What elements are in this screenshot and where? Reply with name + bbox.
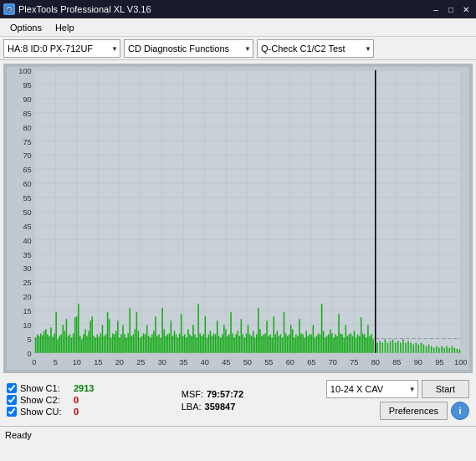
svg-rect-241 xyxy=(366,338,367,353)
svg-rect-66 xyxy=(66,319,68,352)
svg-rect-272 xyxy=(443,348,445,353)
svg-rect-154 xyxy=(217,320,218,352)
svg-rect-58 xyxy=(52,337,54,353)
svg-rect-132 xyxy=(179,334,181,353)
svg-text:65: 65 xyxy=(307,358,315,366)
svg-rect-112 xyxy=(145,335,146,353)
svg-rect-257 xyxy=(405,343,407,353)
svg-text:45: 45 xyxy=(222,358,230,366)
app-icon: P xyxy=(3,3,15,15)
svg-text:85: 85 xyxy=(23,110,31,118)
chart-container: 100 95 90 85 80 75 70 65 60 55 50 45 40 … xyxy=(3,64,473,373)
svg-rect-261 xyxy=(415,343,417,353)
svg-text:20: 20 xyxy=(115,358,124,366)
svg-rect-207 xyxy=(307,336,309,353)
svg-rect-142 xyxy=(196,338,197,353)
minimize-button[interactable]: – xyxy=(429,3,443,15)
svg-rect-237 xyxy=(359,336,361,353)
info-button[interactable]: i xyxy=(451,402,469,420)
svg-rect-121 xyxy=(160,338,161,353)
svg-rect-190 xyxy=(279,336,280,353)
svg-rect-180 xyxy=(261,336,263,353)
svg-rect-51 xyxy=(40,334,42,353)
svg-rect-71 xyxy=(74,317,76,352)
right-controls: 10-24 X CAV ▼ Start Preferences i xyxy=(326,380,469,420)
svg-text:40: 40 xyxy=(23,237,31,245)
svg-rect-221 xyxy=(331,334,333,353)
svg-text:10: 10 xyxy=(73,358,81,366)
show-c1-checkbox[interactable] xyxy=(7,383,17,393)
svg-rect-240 xyxy=(364,335,366,353)
svg-text:65: 65 xyxy=(23,166,31,174)
svg-text:0: 0 xyxy=(28,350,32,358)
menu-help[interactable]: Help xyxy=(49,21,81,34)
svg-rect-249 xyxy=(385,340,386,353)
svg-rect-161 xyxy=(228,335,230,353)
svg-rect-95 xyxy=(115,330,117,352)
start-button[interactable]: Start xyxy=(422,380,469,398)
svg-rect-115 xyxy=(150,338,151,353)
maximize-button[interactable]: □ xyxy=(444,3,458,15)
svg-rect-148 xyxy=(207,338,208,353)
preferences-button[interactable]: Preferences xyxy=(380,402,448,420)
function-dropdown[interactable]: CD Diagnostic Functions xyxy=(124,39,253,58)
show-c2-checkbox[interactable] xyxy=(7,395,17,405)
svg-rect-138 xyxy=(189,335,191,353)
svg-rect-227 xyxy=(341,335,343,353)
controls-row: Show C1: 2913 Show C2: 0 Show CU: 0 MSF: xyxy=(7,380,469,420)
svg-rect-223 xyxy=(335,335,336,353)
svg-rect-155 xyxy=(218,336,220,353)
close-button[interactable]: ✕ xyxy=(459,3,473,15)
svg-rect-252 xyxy=(392,340,394,353)
svg-text:85: 85 xyxy=(392,358,401,366)
svg-rect-216 xyxy=(323,330,325,352)
svg-rect-122 xyxy=(161,308,163,353)
speed-dropdown[interactable]: 10-24 X CAV xyxy=(326,380,418,398)
show-cu-checkbox[interactable] xyxy=(7,407,17,417)
svg-rect-125 xyxy=(167,335,169,353)
svg-rect-101 xyxy=(125,338,127,353)
svg-rect-62 xyxy=(59,336,60,353)
svg-text:30: 30 xyxy=(158,358,166,366)
svg-rect-131 xyxy=(177,338,179,353)
svg-text:50: 50 xyxy=(243,358,252,366)
cu-row: Show CU: 0 xyxy=(7,407,99,417)
svg-text:90: 90 xyxy=(414,358,422,366)
svg-rect-100 xyxy=(124,335,125,353)
drive-dropdown[interactable]: HA:8 ID:0 PX-712UF xyxy=(3,39,120,58)
svg-rect-88 xyxy=(104,336,105,353)
svg-rect-143 xyxy=(197,304,199,353)
svg-text:60: 60 xyxy=(23,180,31,188)
svg-rect-159 xyxy=(225,329,227,352)
cu-label: Show CU: xyxy=(20,407,70,417)
svg-rect-118 xyxy=(155,316,156,352)
svg-rect-195 xyxy=(287,336,289,353)
svg-rect-165 xyxy=(235,335,237,353)
svg-text:80: 80 xyxy=(23,124,31,132)
svg-rect-123 xyxy=(163,329,165,352)
svg-rect-151 xyxy=(212,336,213,353)
svg-rect-277 xyxy=(457,349,458,353)
svg-rect-127 xyxy=(171,320,172,352)
svg-rect-103 xyxy=(129,308,131,353)
svg-rect-149 xyxy=(208,335,210,353)
svg-rect-116 xyxy=(151,335,153,353)
chart-svg: 100 95 90 85 80 75 70 65 60 55 50 45 40 … xyxy=(7,67,469,370)
svg-rect-201 xyxy=(297,336,299,353)
svg-rect-260 xyxy=(412,345,414,353)
svg-rect-245 xyxy=(372,340,374,353)
svg-rect-68 xyxy=(69,335,71,353)
svg-rect-113 xyxy=(146,325,148,352)
svg-text:20: 20 xyxy=(23,293,31,301)
svg-rect-203 xyxy=(300,334,302,353)
svg-text:55: 55 xyxy=(23,194,31,202)
svg-rect-196 xyxy=(289,335,290,353)
svg-rect-224 xyxy=(336,336,338,353)
svg-rect-135 xyxy=(184,335,186,353)
c1-label: Show C1: xyxy=(20,383,70,393)
svg-text:75: 75 xyxy=(350,358,358,366)
svg-rect-217 xyxy=(325,338,326,353)
test-dropdown[interactable]: Q-Check C1/C2 Test xyxy=(257,39,374,58)
menu-options[interactable]: Options xyxy=(3,21,49,34)
svg-rect-124 xyxy=(165,336,166,353)
